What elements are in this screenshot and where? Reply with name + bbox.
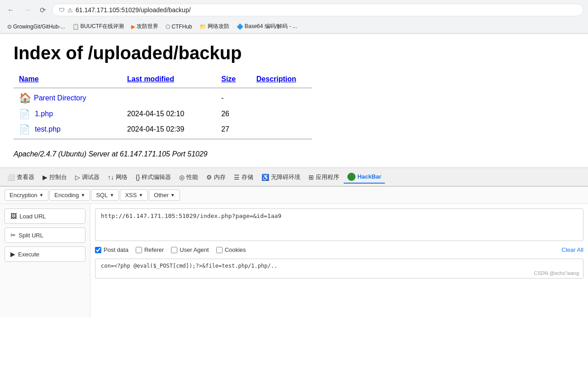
application-icon: ⊞ (308, 174, 314, 181)
hackbar-sidebar: 🖼 Load URL ✂ Split URL ▶ Execute (0, 204, 90, 317)
console-icon: ▶ (43, 174, 47, 181)
server-info: Apache/2.4.7 (Ubuntu) Server at 61.147.1… (14, 150, 574, 158)
cookies-checkbox-label[interactable]: Cookies (216, 246, 246, 253)
col-name[interactable]: Name (14, 72, 122, 86)
encryption-menu[interactable]: Encryption ▼ (5, 189, 48, 201)
hackbar-circle-icon (347, 173, 356, 181)
col-description[interactable]: Description (251, 72, 321, 86)
hackbar-main: Post data Referer User Agent Cookies Cle… (90, 204, 588, 317)
devtool-application[interactable]: ⊞ 应用程序 (305, 171, 343, 183)
modified-testphp: 2024-04-15 02:39 (122, 122, 216, 137)
parent-dir-link[interactable]: Parent Directory (34, 94, 86, 102)
bookmark-buuctf[interactable]: 📋 BUUCTF在线评测 (70, 22, 127, 31)
table-row-parent: 🏠 Parent Directory - (14, 90, 321, 106)
load-url-button[interactable]: 🖼 Load URL (5, 208, 85, 224)
referer-checkbox[interactable] (136, 247, 142, 253)
devtool-accessibility[interactable]: ♿ 无障碍环境 (258, 171, 304, 183)
url-input[interactable] (95, 208, 583, 241)
devtool-console[interactable]: ▶ 控制台 (39, 171, 71, 183)
bookmark-base64[interactable]: 🔷 Base64 编码/解码 - ... (234, 22, 300, 31)
clear-all-button[interactable]: Clear All (562, 246, 583, 253)
table-row-1php: 📄 1.php 2024-04-15 02:10 26 (14, 106, 321, 122)
post-data-row: CSDN @echo"wang (95, 259, 583, 279)
forward-button[interactable]: → (21, 4, 33, 16)
size-testphp: 27 (216, 122, 251, 137)
bookmark-ctfhub[interactable]: ⬡ CTFHub (163, 23, 194, 31)
other-menu[interactable]: Other ▼ (149, 189, 180, 201)
execute-icon: ▶ (10, 250, 15, 258)
browser-chrome: ← → ⟳ 🛡 ⚠ 61.147.171.105:51029/uploaded/… (0, 0, 588, 34)
checkbox-row: Post data Referer User Agent Cookies Cle… (95, 245, 583, 255)
encoding-arrow-icon: ▼ (81, 193, 85, 198)
accessibility-icon: ♿ (261, 174, 269, 181)
reload-button[interactable]: ⟳ (37, 4, 48, 16)
encryption-arrow-icon: ▼ (39, 193, 43, 198)
hackbar-panel: Encryption ▼ Encoding ▼ SQL ▼ XSS ▼ Othe… (0, 186, 588, 317)
user-agent-checkbox[interactable] (171, 247, 177, 253)
devtool-storage[interactable]: ☰ 存储 (230, 171, 257, 183)
url-text: 61.147.171.105:51029/uploaded/backup/ (76, 6, 577, 14)
style-icon: {} (136, 174, 140, 181)
devtool-performance[interactable]: ◎ 性能 (175, 171, 202, 183)
performance-icon: ◎ (179, 174, 185, 181)
page-content: Index of /uploaded/backup Name Last modi… (0, 34, 588, 167)
memory-icon: ⚙ (206, 174, 212, 181)
bookmark-attackworld[interactable]: ▶ 攻防世界 (128, 22, 161, 31)
split-url-button[interactable]: ✂ Split URL (5, 227, 85, 243)
back-button[interactable]: ← (5, 4, 17, 16)
size-1php: 26 (216, 106, 251, 122)
referer-checkbox-label[interactable]: Referer (136, 246, 164, 253)
file-link-1php[interactable]: 1.php (35, 110, 53, 118)
csdn-credit: CSDN @echo"wang (534, 270, 579, 276)
col-modified[interactable]: Last modified (122, 72, 216, 86)
hackbar-menu: Encryption ▼ Encoding ▼ SQL ▼ XSS ▼ Othe… (0, 187, 588, 204)
browser-toolbar: ← → ⟳ 🛡 ⚠ 61.147.171.105:51029/uploaded/… (0, 0, 588, 20)
warning-icon: ⚠ (67, 7, 73, 14)
xss-menu[interactable]: XSS ▼ (120, 189, 148, 201)
bookmark-growinggit[interactable]: ⊙ GrowingGit/GitHub-... (5, 23, 68, 31)
table-row-testphp: 📄 test.php 2024-04-15 02:39 27 (14, 122, 321, 137)
bookmarks-bar: ⊙ GrowingGit/GitHub-... 📋 BUUCTF在线评测 ▶ 攻… (0, 20, 588, 33)
devtool-inspector[interactable]: ⬜ 查看器 (4, 171, 38, 183)
devtool-network[interactable]: ↑↓ 网络 (104, 171, 131, 183)
storage-icon: ☰ (234, 174, 240, 181)
debugger-icon: ▷ (75, 174, 80, 181)
file-icon-1php: 📄 (19, 109, 30, 119)
hackbar-body: 🖼 Load URL ✂ Split URL ▶ Execute Post da… (0, 204, 588, 317)
sql-menu[interactable]: SQL ▼ (91, 189, 119, 201)
devtool-style-editor[interactable]: {} 样式编辑器 (132, 171, 175, 183)
inspector-icon: ⬜ (7, 174, 15, 181)
devtool-memory[interactable]: ⚙ 内存 (203, 171, 229, 183)
post-data-checkbox[interactable] (95, 247, 101, 253)
file-icon-testphp: 📄 (19, 124, 30, 135)
cookies-checkbox[interactable] (216, 247, 223, 253)
user-agent-checkbox-label[interactable]: User Agent (171, 246, 209, 253)
sql-arrow-icon: ▼ (109, 193, 114, 198)
network-icon: ↑↓ (108, 174, 114, 181)
devtool-hackbar[interactable]: HackBar (344, 171, 385, 184)
page-title: Index of /uploaded/backup (14, 43, 574, 63)
col-size[interactable]: Size (216, 72, 251, 86)
split-url-icon: ✂ (10, 232, 16, 239)
execute-button[interactable]: ▶ Execute (5, 246, 85, 262)
encoding-menu[interactable]: Encoding ▼ (49, 189, 90, 201)
load-url-icon: 🖼 (10, 213, 17, 220)
bookmark-network[interactable]: 📁 网络攻防 (197, 22, 232, 31)
devtools-bar: ⬜ 查看器 ▶ 控制台 ▷ 调试器 ↑↓ 网络 {} 样式编辑器 ◎ 性能 ⚙ … (0, 167, 588, 186)
devtool-debugger[interactable]: ▷ 调试器 (71, 171, 103, 183)
security-icon: 🛡 (59, 7, 65, 14)
xss-arrow-icon: ▼ (138, 193, 143, 198)
other-arrow-icon: ▼ (171, 193, 175, 198)
address-bar[interactable]: 🛡 ⚠ 61.147.171.105:51029/uploaded/backup… (52, 4, 583, 16)
file-link-testphp[interactable]: test.php (35, 125, 61, 133)
parent-dir-icon: 🏠 (19, 92, 31, 104)
post-data-input[interactable] (95, 259, 583, 279)
file-table: Name Last modified Size Description 🏠 Pa… (14, 72, 321, 141)
post-data-checkbox-label[interactable]: Post data (95, 246, 128, 253)
modified-1php: 2024-04-15 02:10 (122, 106, 216, 122)
